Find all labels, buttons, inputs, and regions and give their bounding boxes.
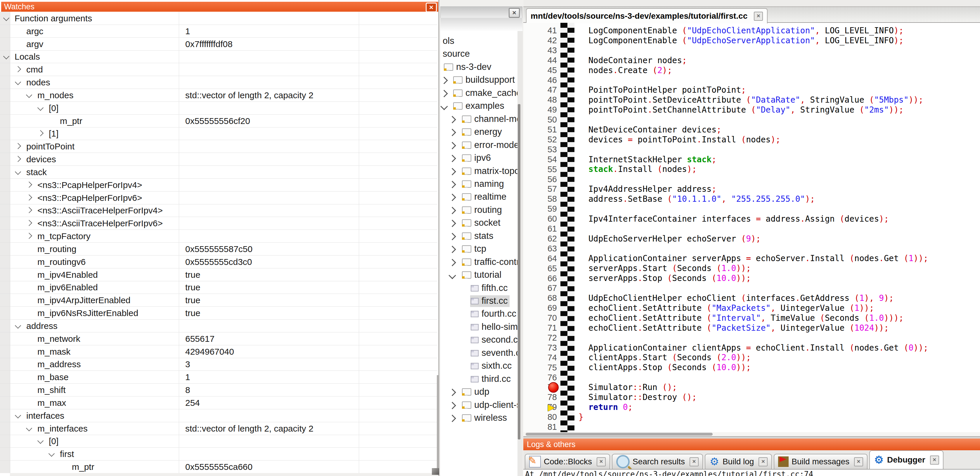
watches-hscrollbar[interactable] — [10, 473, 438, 476]
chevron-right-icon[interactable] — [15, 66, 21, 72]
tree-item-content[interactable]: sixth.cc — [470, 360, 513, 372]
watch-row[interactable]: cmd — [0, 63, 438, 76]
logs-tab-debugger[interactable]: ⚙Debugger✕ — [869, 450, 943, 469]
tree-item-first-cc[interactable]: first.cc — [440, 294, 518, 307]
watch-row[interactable]: m_ipv6NsRsJitterEnabledtrue — [0, 307, 438, 319]
line-number[interactable]: 49 — [523, 105, 557, 115]
tree-item-content[interactable]: udp — [461, 386, 491, 398]
tree-selection[interactable]: first.cc — [470, 295, 509, 307]
chevron-right-icon[interactable] — [449, 259, 456, 266]
line-number[interactable]: 45 — [523, 65, 557, 75]
code-line-45[interactable]: nodes.Create (2); — [579, 65, 980, 75]
tree-item-content[interactable]: energy — [461, 126, 504, 138]
watch-row[interactable]: devices — [0, 153, 438, 166]
chevron-right-icon[interactable] — [26, 233, 32, 239]
tree-item-naming[interactable]: naming — [440, 177, 518, 190]
logs-tab-build-log[interactable]: ⚙Build log✕ — [705, 454, 772, 469]
line-number[interactable]: 50 — [523, 115, 557, 125]
logs-tab-build-messages[interactable]: Build messages✕ — [774, 454, 867, 469]
line-number[interactable]: 78 — [523, 392, 557, 403]
watch-row[interactable]: pointToPoint — [0, 140, 438, 153]
editor-tab-first-cc[interactable]: mnt/dev/tools/source/ns-3-dev/examples/t… — [526, 8, 768, 23]
tree-item-tutorial[interactable]: tutorial — [440, 268, 518, 281]
tree-item-fourth-cc[interactable]: fourth.cc — [440, 307, 518, 320]
tree-item-content[interactable]: source — [442, 48, 472, 60]
chevron-right-icon[interactable] — [449, 246, 456, 253]
chevron-right-icon[interactable] — [26, 220, 32, 226]
line-number[interactable]: 44 — [523, 56, 557, 65]
code-line-52[interactable]: devices = pointToPoint.Install (nodes); — [579, 135, 980, 145]
chevron-down-icon[interactable] — [37, 438, 43, 444]
code-line-61[interactable] — [579, 224, 980, 234]
chevron-right-icon[interactable] — [37, 130, 43, 136]
code-line-56[interactable] — [579, 174, 980, 184]
watch-row[interactable]: [1] — [0, 127, 438, 140]
code-line-74[interactable]: clientApps.Start (Seconds (2.0)); — [579, 353, 980, 363]
watch-row[interactable]: m_interfacesstd::vector of length 2, cap… — [0, 422, 438, 435]
watch-row[interactable]: [0] — [0, 434, 438, 448]
close-icon[interactable]: ✕ — [759, 457, 768, 466]
line-number[interactable]: 76 — [523, 373, 557, 383]
code-line-78[interactable]: Simulator::Destroy (); — [579, 392, 980, 403]
line-number[interactable]: 54 — [523, 155, 557, 165]
line-number[interactable]: 63 — [523, 244, 557, 254]
code-line-57[interactable]: Ipv4AddressHelper address; — [579, 184, 980, 194]
code-line-53[interactable] — [579, 145, 980, 155]
code-line-63[interactable] — [579, 244, 980, 254]
code-line-65[interactable]: serverApps.Start (Seconds (1.0)); — [579, 264, 980, 273]
tree-item-content[interactable]: tcp — [461, 243, 488, 255]
code-line-46[interactable] — [579, 75, 980, 85]
chevron-right-icon[interactable] — [449, 194, 456, 201]
watch-row[interactable]: m_network655617 — [0, 332, 438, 345]
watch-row[interactable]: m_routing0x555555587c50 — [0, 243, 438, 256]
tree-item-energy[interactable]: energy — [440, 125, 518, 138]
watch-row[interactable]: <ns3::AsciiTraceHelperForIpv6> — [0, 217, 438, 230]
tree-item-cmake-cache[interactable]: cmake_cache — [440, 86, 518, 99]
watch-row[interactable]: <ns3::PcapHelperForIpv4> — [0, 178, 438, 192]
watch-row[interactable]: m_max254 — [0, 396, 438, 409]
editor-hscrollbar[interactable] — [523, 432, 980, 436]
watch-row[interactable]: interfaces — [0, 409, 438, 422]
tree-item-source[interactable]: source — [440, 47, 518, 60]
code-line-49[interactable]: pointToPoint.SetChannelAttribute ("Delay… — [579, 105, 980, 115]
code-line-60[interactable]: Ipv4InterfaceContainer interfaces = addr… — [579, 214, 980, 224]
close-icon[interactable]: ✕ — [509, 8, 520, 18]
tree-item-content[interactable]: error-model — [461, 139, 518, 151]
chevron-right-icon[interactable] — [449, 388, 456, 396]
chevron-right-icon[interactable] — [449, 233, 456, 240]
line-number[interactable]: 71 — [523, 323, 557, 333]
tree-item-fifth-cc[interactable]: fifth.cc — [440, 281, 518, 294]
code-line-79[interactable]: return 0; — [579, 403, 980, 412]
chevron-right-icon[interactable] — [449, 415, 456, 422]
chevron-right-icon[interactable] — [449, 116, 456, 123]
tree-item-udp[interactable]: udp — [440, 385, 518, 398]
line-number[interactable]: 81 — [523, 422, 557, 432]
code-line-41[interactable]: LogComponentEnable ("UdpEchoClientApplic… — [579, 26, 980, 36]
tree-item-tcp[interactable]: tcp — [440, 243, 518, 255]
code-line-55[interactable]: stack.Install (nodes); — [579, 165, 980, 174]
code-line-51[interactable]: NetDeviceContainer devices; — [579, 125, 980, 135]
editor-logs-splitter[interactable] — [523, 436, 980, 439]
code-line-73[interactable]: ApplicationContainer clientApps = echoCl… — [579, 343, 980, 353]
tree-item-udp-client-ser[interactable]: udp-client-ser — [440, 399, 518, 411]
watch-row[interactable]: Locals — [0, 50, 438, 63]
tree-item-matrix-topolo[interactable]: matrix-topolo — [440, 165, 518, 177]
chevron-down-icon[interactable] — [15, 412, 21, 418]
tree-item-routing[interactable]: routing — [440, 203, 518, 216]
chevron-down-icon[interactable] — [37, 105, 43, 111]
watches-vscrollbar-thumb[interactable] — [437, 375, 439, 469]
watch-row[interactable]: m_shift8 — [0, 383, 438, 396]
chevron-right-icon[interactable] — [449, 220, 456, 227]
code-line-42[interactable]: LogComponentEnable ("UdpEchoServerApplic… — [579, 36, 980, 46]
line-number[interactable]: 56 — [523, 174, 557, 184]
tree-item-examples[interactable]: examples — [440, 99, 518, 112]
line-number[interactable]: 52 — [523, 135, 557, 145]
line-number[interactable]: 73 — [523, 343, 557, 353]
tree-item-content[interactable]: routing — [461, 204, 504, 216]
line-number[interactable]: 60 — [523, 214, 557, 224]
chevron-down-icon[interactable] — [15, 79, 21, 85]
line-number[interactable]: 42 — [523, 36, 557, 46]
line-number[interactable]: 47 — [523, 85, 557, 95]
line-number[interactable]: 70 — [523, 313, 557, 323]
line-number[interactable]: 65 — [523, 264, 557, 274]
